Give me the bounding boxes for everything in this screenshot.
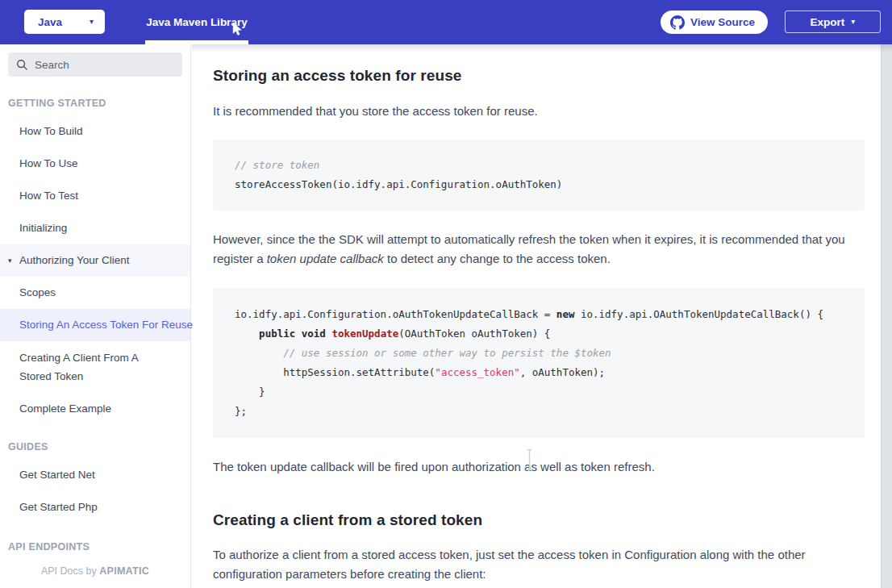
attribution-prefix: API Docs by — [41, 565, 99, 577]
chevron-down-icon: ▾ — [90, 18, 94, 26]
code-line: }; — [235, 402, 843, 421]
sidebar-item-label: Get Started Php — [19, 501, 98, 513]
vertical-scrollbar[interactable] — [881, 44, 892, 588]
sidebar-item-label: How To Build — [19, 125, 83, 137]
section-header-api-endpoints: API ENDPOINTS — [0, 541, 190, 553]
sidebar: Search GETTING STARTED How To Build How … — [0, 44, 191, 588]
page-body: Search GETTING STARTED How To Build How … — [0, 44, 892, 588]
section-heading-storing-token: Storing an access token for reuse — [213, 67, 865, 85]
apimatic-attribution: API Docs by APIMATIC — [0, 565, 190, 577]
search-placeholder: Search — [35, 59, 69, 71]
sidebar-item-how-to-use[interactable]: How To Use — [0, 148, 190, 180]
sidebar-nav-guides: Get Started Net Get Started Php — [0, 459, 190, 523]
code-line: storeAccessToken(io.idfy.api.Configurati… — [235, 175, 843, 194]
view-source-label: View Source — [690, 16, 755, 28]
app-window: Java ▾ Java Maven Library View Source Ex… — [0, 0, 892, 588]
top-navbar: Java ▾ Java Maven Library View Source Ex… — [0, 0, 892, 44]
sidebar-item-label: Get Started Net — [19, 469, 95, 481]
tab-label: Java Maven Library — [146, 16, 247, 28]
chevron-down-icon: ▾ — [8, 244, 12, 277]
sidebar-item-initializing[interactable]: Initializing — [0, 212, 190, 244]
sidebar-item-label: Creating A Client From A Stored Token — [19, 352, 138, 382]
chevron-down-icon: ▾ — [851, 18, 855, 26]
view-source-button[interactable]: View Source — [661, 10, 768, 34]
main-content: Storing an access token for reuse It is … — [191, 44, 881, 588]
paragraph: However, since the the SDK will attempt … — [213, 230, 865, 269]
code-block-token-update-callback: io.idfy.api.Configuration.oAuthTokenUpda… — [213, 288, 865, 438]
code-line: } — [235, 382, 843, 402]
sidebar-item-label: Scopes — [19, 286, 56, 298]
sidebar-item-storing-an-access-token-for-reuse[interactable]: Storing An Access Token For Reuse — [0, 309, 190, 341]
section-header-guides: GUIDES — [0, 441, 190, 452]
sidebar-item-how-to-build[interactable]: How To Build — [0, 115, 190, 148]
code-line: io.idfy.api.Configuration.oAuthTokenUpda… — [235, 305, 843, 324]
paragraph: It is recommended that you store the acc… — [213, 102, 865, 121]
sidebar-item-label: Authorizing Your Client — [19, 254, 130, 266]
sidebar-item-complete-example[interactable]: Complete Example — [0, 393, 190, 425]
sidebar-item-label: Initializing — [19, 222, 67, 234]
sidebar-item-scopes[interactable]: Scopes — [0, 277, 190, 309]
sidebar-item-label: Complete Example — [19, 402, 111, 415]
sidebar-nav-getting-started: How To Build How To Use How To Test Init… — [0, 115, 190, 425]
code-line: // store token — [235, 156, 843, 175]
sidebar-item-creating-a-client-from-a-stored-token[interactable]: Creating A Client From A Stored Token — [0, 341, 190, 393]
export-dropdown-button[interactable]: Export ▾ — [785, 10, 881, 33]
search-input[interactable]: Search — [8, 52, 182, 77]
language-dropdown-label: Java — [38, 16, 62, 28]
language-dropdown[interactable]: Java ▾ — [24, 10, 105, 34]
sidebar-item-authorizing-your-client[interactable]: ▾ Authorizing Your Client — [0, 244, 190, 277]
github-icon — [670, 15, 685, 30]
paragraph: The token update callback will be fired … — [213, 457, 865, 477]
code-line: public void tokenUpdate(OAuthToken oAuth… — [235, 324, 843, 344]
export-label: Export — [811, 16, 845, 28]
paragraph: To authorize a client from a stored acce… — [213, 545, 865, 584]
tab-java-maven-library[interactable]: Java Maven Library — [145, 0, 248, 44]
sidebar-item-label: How To Test — [19, 190, 78, 202]
sidebar-item-get-started-net[interactable]: Get Started Net — [0, 459, 190, 491]
code-block-store-token: // store token storeAccessToken(io.idfy.… — [213, 140, 865, 211]
navbar-actions: View Source Export ▾ — [661, 10, 881, 34]
section-header-getting-started: GETTING STARTED — [0, 98, 190, 109]
sidebar-item-label: Storing An Access Token For Reuse — [19, 319, 193, 331]
code-line: httpSession.setAttribute("access_token",… — [235, 363, 843, 382]
section-heading-creating-client: Creating a client from a stored token — [213, 511, 865, 529]
sidebar-item-how-to-test[interactable]: How To Test — [0, 180, 190, 212]
code-line: // use session or some other way to pers… — [235, 344, 843, 363]
sidebar-item-get-started-php[interactable]: Get Started Php — [0, 491, 190, 523]
apimatic-brand: APIMATIC — [99, 565, 149, 577]
sidebar-item-label: How To Use — [19, 157, 78, 169]
search-icon — [16, 59, 28, 71]
